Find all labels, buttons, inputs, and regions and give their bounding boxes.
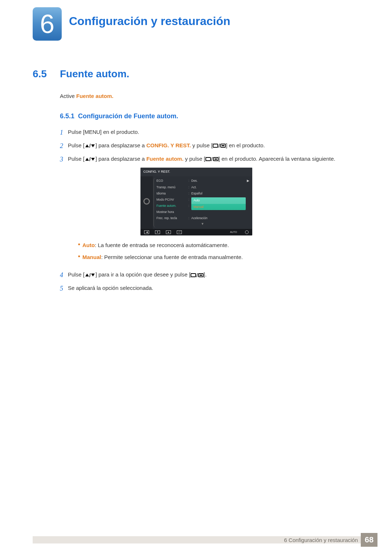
page-footer: 6 Configuración y restauración 68	[33, 533, 377, 547]
step-5: 5 Se aplicará la opción seleccionada.	[60, 284, 343, 294]
config-rest-label: CONFIG. Y REST.	[146, 142, 191, 148]
bullet-auto: • Auto: La fuente de entrada se reconoce…	[76, 241, 343, 250]
osd-sidebar	[140, 176, 153, 229]
fuente-autom-label: Fuente autom.	[146, 156, 184, 162]
nav-up-icon: ▲	[166, 230, 171, 234]
osd-row-frec: Frec. rep. tecla:Aceleración	[153, 215, 252, 221]
osd-row-eco: ECO:Des.	[153, 178, 252, 184]
section-title: Fuente autom.	[60, 68, 129, 80]
step-number: 4	[60, 270, 68, 280]
subsection-title: 6.5.1 Configuración de Fuente autom.	[60, 112, 178, 120]
manual-text: : Permite seleccionar una fuente de entr…	[101, 254, 243, 260]
step-body: Se aplicará la opción seleccionada.	[68, 284, 343, 292]
osd-screenshot: CONFIG. Y REST. ▶ ECO:Des. Transp. menú:…	[140, 168, 252, 235]
step-number: 3	[60, 155, 68, 165]
osd-footer: ◀ ▼ ▲ ⏎ AUTO	[140, 229, 252, 236]
source-enter-icon: /	[205, 155, 219, 163]
arrow-right-icon: ▶	[247, 178, 249, 184]
auto-text: : La fuente de entrada se reconocerá aut…	[95, 242, 229, 248]
up-down-icon: /	[85, 141, 95, 150]
step-1: 1 Pulse [MENU] en el producto.	[60, 128, 343, 138]
step-number: 2	[60, 141, 68, 151]
osd-bracket	[154, 178, 156, 227]
osd-row-transp: Transp. menú:Act.	[153, 184, 252, 190]
step-number: 1	[60, 128, 68, 138]
step-body: Pulse [/] para desplazarse a CONFIG. Y R…	[68, 141, 343, 150]
osd-option-manual: Manual	[191, 204, 246, 210]
osd-rows: ▶ ECO:Des. Transp. menú:Act. Idioma:Espa…	[153, 176, 252, 229]
osd-row-mostrar: Mostrar hora	[153, 209, 252, 215]
bullet-icon: •	[76, 241, 82, 248]
subsection-number: 6.5.1	[60, 112, 74, 120]
chapter-badge: 6	[33, 7, 62, 41]
up-down-icon: /	[85, 271, 95, 279]
steps-list: 1 Pulse [MENU] en el producto. 2 Pulse […	[60, 128, 343, 297]
menu-key-label: MENU	[85, 129, 100, 135]
step-3: 3 Pulse [/] para desplazarse a Fuente au…	[60, 155, 343, 267]
intro-line: Active Fuente autom.	[60, 93, 114, 99]
nav-left-icon: ◀	[144, 230, 149, 234]
subsection-name: Configuración de Fuente autom.	[78, 112, 178, 120]
step-2: 2 Pulse [/] para desplazarse a CONFIG. Y…	[60, 141, 343, 151]
footer-text: 6 Configuración y restauración	[284, 537, 358, 543]
manual-label: Manual	[82, 254, 101, 260]
power-icon	[245, 230, 249, 234]
nav-down-icon: ▼	[155, 230, 160, 234]
bullet-manual: • Manual: Permite seleccionar una fuente…	[76, 253, 343, 262]
auto-label: Auto	[82, 242, 95, 248]
step-body: Pulse [/] para desplazarse a Fuente auto…	[68, 155, 343, 267]
osd-option-auto: Auto	[191, 197, 246, 204]
caret-down-icon: ▼	[153, 222, 252, 227]
step-body: Pulse [/] para ir a la opción que desee …	[68, 270, 343, 279]
chapter-title: Configuración y restauración	[69, 15, 230, 28]
osd-row-idioma: Idioma:Español	[153, 190, 252, 197]
source-enter-icon: /	[213, 141, 226, 150]
step-4: 4 Pulse [/] para ir a la opción que dese…	[60, 270, 343, 280]
section-number: 6.5	[33, 68, 47, 80]
osd-title: CONFIG. Y REST.	[140, 168, 252, 176]
intro-highlight: Fuente autom.	[76, 93, 114, 99]
up-down-icon: /	[85, 155, 95, 163]
bullet-icon: •	[76, 253, 82, 260]
intro-prefix: Active	[60, 93, 76, 99]
osd-auto-label: AUTO	[230, 230, 237, 234]
nav-enter-icon: ⏎	[177, 230, 182, 234]
option-bullets: • Auto: La fuente de entrada se reconoce…	[76, 241, 343, 261]
step-body: Pulse [MENU] en el producto.	[68, 128, 343, 136]
page-number: 68	[361, 533, 377, 547]
step-number: 5	[60, 284, 68, 294]
source-enter-icon: /	[191, 271, 204, 279]
chapter-number: 6	[40, 9, 54, 39]
osd-dropdown: Auto Manual	[191, 197, 246, 210]
gear-icon	[143, 198, 150, 205]
